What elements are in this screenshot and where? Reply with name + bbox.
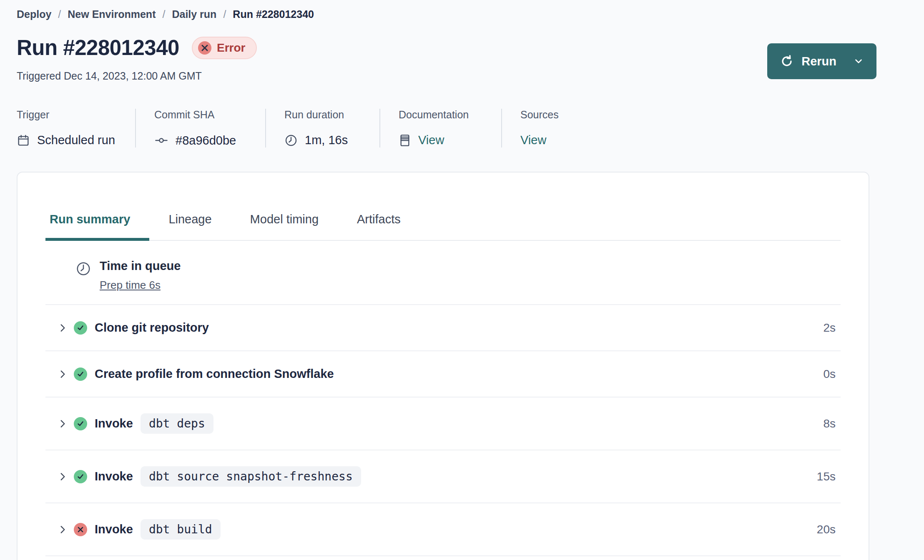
breadcrumb-separator: / (223, 8, 226, 20)
chevron-down-icon[interactable] (853, 56, 864, 67)
meta-commit-label: Commit SHA (154, 109, 245, 121)
step-duration: 8s (823, 417, 836, 430)
meta-duration-value: 1m, 16s (305, 133, 348, 147)
status-success-icon (74, 470, 87, 483)
step-command: dbt deps (141, 413, 213, 434)
clock-icon (75, 261, 91, 277)
step-title: Invoke (95, 417, 133, 430)
step-row-dbt-deps[interactable]: Invoke dbt deps 8s (45, 398, 841, 450)
chevron-right-icon[interactable] (57, 322, 74, 333)
meta-sources-label: Sources (520, 109, 559, 121)
step-title: Create profile from connection Snowflake (95, 367, 334, 381)
breadcrumb-environment[interactable]: New Environment (68, 8, 156, 20)
status-success-icon (74, 368, 87, 381)
meta-commit-value: #8a96d0be (176, 134, 236, 148)
step-row-create-profile[interactable]: Create profile from connection Snowflake… (45, 351, 841, 398)
step-duration: 0s (823, 368, 836, 381)
meta-documentation: Documentation View (399, 109, 502, 148)
tab-model-timing[interactable]: Model timing (231, 212, 338, 241)
status-success-icon (74, 321, 87, 335)
status-error-icon (74, 523, 87, 536)
step-command: dbt build (141, 519, 221, 540)
tab-artifacts[interactable]: Artifacts (338, 212, 420, 241)
sources-view-link[interactable]: View (520, 133, 546, 147)
breadcrumb-separator: / (162, 8, 165, 20)
breadcrumb-job[interactable]: Daily run (172, 8, 216, 20)
status-badge: Error (192, 37, 257, 59)
step-duration: 15s (817, 470, 836, 483)
rerun-button[interactable]: Rerun (767, 43, 876, 79)
time-in-queue-title: Time in queue (100, 259, 181, 273)
status-success-icon (74, 417, 87, 430)
tab-run-summary[interactable]: Run summary (45, 212, 149, 241)
meta-commit: Commit SHA #8a96d0be (154, 109, 266, 148)
breadcrumb-separator: / (58, 8, 61, 20)
meta-documentation-label: Documentation (399, 109, 481, 121)
step-title: Clone git repository (95, 321, 209, 335)
step-command: dbt source snapshot-freshness (141, 466, 361, 487)
commit-icon (154, 133, 168, 148)
step-row-dbt-source-freshness[interactable]: Invoke dbt source snapshot-freshness 15s (45, 450, 841, 503)
time-in-queue-section: Time in queue Prep time 6s (45, 241, 841, 305)
step-row-dbt-build[interactable]: Invoke dbt build 20s (45, 503, 841, 556)
breadcrumb-current-run: Run #228012340 (233, 8, 314, 20)
breadcrumb: Deploy / New Environment / Daily run / R… (17, 8, 924, 20)
step-title: Invoke (95, 522, 133, 536)
step-title: Invoke (95, 470, 133, 483)
chevron-right-icon[interactable] (57, 418, 74, 429)
meta-trigger-label: Trigger (17, 109, 115, 121)
run-tabs: Run summary Lineage Model timing Artifac… (45, 212, 841, 241)
chevron-right-icon[interactable] (57, 471, 74, 482)
meta-duration-label: Run duration (284, 109, 359, 121)
step-row-clone-git[interactable]: Clone git repository 2s (45, 305, 841, 351)
chevron-right-icon[interactable] (57, 369, 74, 380)
page-title: Run #228012340 (17, 35, 179, 60)
chevron-right-icon[interactable] (57, 524, 74, 535)
meta-duration: Run duration 1m, 16s (284, 109, 380, 148)
step-duration: 2s (823, 321, 836, 335)
step-duration: 20s (817, 523, 836, 536)
calendar-icon (17, 134, 30, 147)
meta-sources: Sources View (520, 109, 579, 148)
tab-lineage[interactable]: Lineage (149, 212, 231, 241)
doc-icon (399, 134, 411, 147)
run-summary-card: Run summary Lineage Model timing Artifac… (17, 172, 869, 560)
meta-trigger-value: Scheduled run (37, 133, 115, 147)
breadcrumb-deploy[interactable]: Deploy (17, 8, 51, 20)
clock-icon (284, 134, 298, 147)
meta-trigger: Trigger Scheduled run (17, 109, 136, 148)
prep-time-link[interactable]: Prep time 6s (100, 279, 161, 292)
run-meta-row: Trigger Scheduled run Commit SHA (17, 109, 924, 148)
documentation-view-link[interactable]: View (418, 133, 444, 147)
refresh-icon (780, 54, 794, 68)
rerun-button-label: Rerun (801, 55, 836, 68)
error-x-icon (198, 41, 211, 55)
status-badge-label: Error (217, 41, 245, 55)
run-detail-page: Deploy / New Environment / Daily run / R… (0, 0, 924, 560)
